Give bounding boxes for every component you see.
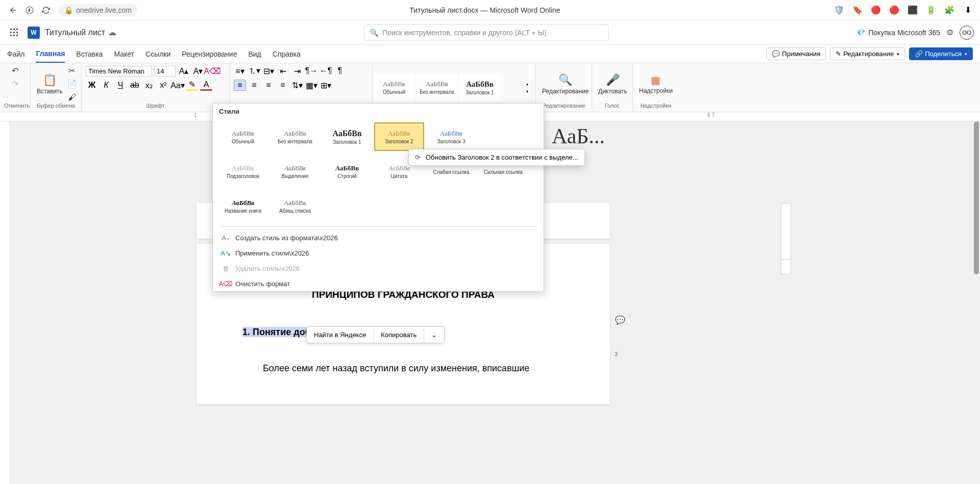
scroll-thumb[interactable] <box>974 121 979 274</box>
mini-more-icon[interactable]: ⌄ <box>424 327 444 343</box>
borders-icon[interactable]: ⊞▾ <box>320 80 332 91</box>
strike-icon[interactable]: ab <box>129 80 141 91</box>
multilevel-icon[interactable]: ⊟▾ <box>262 65 275 77</box>
cloud-sync-icon[interactable]: ☁ <box>108 28 116 37</box>
justify-icon[interactable]: ≡ <box>277 80 289 91</box>
tab-layout[interactable]: Макет <box>114 46 134 62</box>
italic-icon[interactable]: К <box>100 80 112 91</box>
tab-home[interactable]: Главная <box>36 45 65 63</box>
tab-review[interactable]: Рецензирование <box>182 46 237 62</box>
quick-style-card[interactable]: АаБбВвБез интервала <box>416 73 457 102</box>
search-input[interactable]: 🔍 Поиск инструментов, справки и другого … <box>364 24 609 41</box>
indent-icon[interactable]: ⇥ <box>291 65 303 77</box>
style-card-обычный[interactable]: АаБбВвОбычный <box>218 122 268 151</box>
shading-icon[interactable]: ▦▾ <box>305 80 317 91</box>
clear-format-icon[interactable]: A⌫ <box>206 65 218 77</box>
yandex-icon[interactable] <box>21 2 38 18</box>
tab-file[interactable]: Файл <box>7 46 24 62</box>
create-style-action[interactable]: A₊Создать стиль из формата\x2026 <box>213 230 544 245</box>
font-size-select[interactable] <box>154 66 176 77</box>
avatar[interactable]: OO <box>960 26 974 40</box>
comment-bubble-icon[interactable]: 💬 <box>615 315 625 325</box>
bullets-icon[interactable]: ≡▾ <box>234 65 246 77</box>
style-card-выделение[interactable]: АаБбВвВыделение <box>270 157 320 186</box>
bold-icon[interactable]: Ж <box>86 80 98 91</box>
group-font-label: Шрифт <box>86 103 225 110</box>
style-card-заголовок-3[interactable]: АаБбВвЗаголовок 3 <box>426 122 476 151</box>
underline-icon[interactable]: Ч <box>114 80 127 91</box>
undo-icon[interactable]: ↶ <box>10 65 20 75</box>
show-marks-icon[interactable]: ¶ <box>334 65 346 77</box>
quick-style-card[interactable]: АаБбВвОбычный <box>374 73 414 102</box>
word-app-icon[interactable]: W <box>28 27 40 39</box>
app-launcher-icon[interactable] <box>6 24 22 41</box>
yandex-search-button[interactable]: Найти в Яндексе <box>307 327 374 343</box>
style-card-подзаголовок[interactable]: АаБбВвПодзаголовок <box>218 157 268 186</box>
vertical-ruler[interactable] <box>0 121 10 484</box>
numbering-icon[interactable]: ⒈▾ <box>248 65 260 77</box>
document-name[interactable]: Титульный лист <box>45 28 105 37</box>
comment-margin-box[interactable] <box>781 259 791 274</box>
rtl-icon[interactable]: ←¶ <box>320 65 332 77</box>
settings-icon[interactable]: ⚙ <box>946 28 953 37</box>
find-button[interactable]: 🔍Редактирование <box>540 71 591 97</box>
styles-expand-icon[interactable]: ▾ <box>521 88 533 95</box>
subscript-icon[interactable]: x₂ <box>143 80 155 91</box>
editing-mode-button[interactable]: ✎Редактирование▾ <box>830 47 905 60</box>
redo-icon[interactable]: ↷ <box>10 79 20 89</box>
outdent-icon[interactable]: ⇤ <box>277 65 289 77</box>
style-card-абзац-списка[interactable]: АаБбВвАбзац списка <box>270 192 320 220</box>
style-card-заголовок-1[interactable]: АаБбВвЗаголовок 1 <box>322 122 372 151</box>
style-card-заголовок-2[interactable]: АаБбВвЗаголовок 2 <box>374 122 424 151</box>
align-center-icon[interactable]: ≡ <box>248 80 260 91</box>
share-button[interactable]: 🔗Поделиться▾ <box>909 47 973 60</box>
superscript-icon[interactable]: x² <box>157 80 169 91</box>
line-spacing-icon[interactable]: ⇅▾ <box>291 80 303 91</box>
format-painter-icon[interactable]: 🖌 <box>67 92 77 103</box>
shield-icon[interactable]: 🛡️ <box>832 3 846 17</box>
tab-insert[interactable]: Вставка <box>76 46 103 62</box>
extensions-icon[interactable]: 🧩 <box>942 3 957 17</box>
copy-button[interactable]: Копировать <box>374 327 424 343</box>
styles-scroll-up-icon[interactable]: ▴ <box>521 80 533 87</box>
tab-references[interactable]: Ссылки <box>145 46 170 62</box>
ext2-icon[interactable]: 🔴 <box>887 3 901 17</box>
battery-icon[interactable]: 🔋 <box>924 3 938 17</box>
ext3-icon[interactable]: ⬛ <box>905 3 920 17</box>
reload-icon[interactable] <box>38 2 54 18</box>
address-bar[interactable]: 🔒 onedrive.live.com <box>58 4 138 16</box>
shrink-font-icon[interactable]: A▾ <box>192 65 204 77</box>
cut-icon[interactable]: ✂ <box>67 66 77 76</box>
align-right-icon[interactable]: ≡ <box>262 80 275 91</box>
update-style-menu-item[interactable]: ⟳ Обновить Заголовок 2 в соответствии с … <box>408 149 585 166</box>
apply-styles-action[interactable]: A↘Применить стили\x2026 <box>213 245 544 261</box>
tab-view[interactable]: Вид <box>248 46 261 62</box>
style-card-название-книги[interactable]: АаБбВвНазвание книги <box>218 192 268 220</box>
buy-m365-button[interactable]: 💎 Покупка Microsoft 365 <box>856 29 940 37</box>
comments-button[interactable]: 💬Примечания <box>766 47 826 60</box>
ltr-icon[interactable]: ¶→ <box>305 65 317 77</box>
ext1-icon[interactable]: 🔴 <box>869 3 883 17</box>
search-icon: 🔍 <box>370 29 378 37</box>
copy-icon[interactable]: 📄 <box>67 79 77 89</box>
change-case-icon[interactable]: Aa▾ <box>172 80 184 91</box>
back-icon[interactable] <box>5 2 21 18</box>
addins-button[interactable]: ▦Надстройки <box>637 72 675 96</box>
paste-button[interactable]: 📋 Вставить <box>35 71 65 97</box>
font-name-select[interactable] <box>86 66 152 77</box>
grow-font-icon[interactable]: A▴ <box>178 65 190 77</box>
font-color-icon[interactable]: A <box>200 80 212 91</box>
tab-help[interactable]: Справка <box>273 46 301 62</box>
svg-rect-5 <box>13 32 15 33</box>
vertical-scrollbar[interactable] <box>973 121 980 484</box>
quick-style-card[interactable]: АаБбВвЗаголовок 1 <box>459 73 500 102</box>
bookmark-icon[interactable]: 🔖 <box>850 3 865 17</box>
style-card-без-интервала[interactable]: АаБбВвБез интервала <box>270 122 320 151</box>
doc-paragraph[interactable]: Более семи лет назад вступили в силу изм… <box>242 363 564 374</box>
clear-format-action[interactable]: A⌫Очистить формат <box>213 276 544 291</box>
align-left-icon[interactable]: ≡ <box>234 80 246 91</box>
style-card-строгий[interactable]: АаБбВвСтрогий <box>322 157 372 186</box>
highlight-icon[interactable]: ✎ <box>186 80 198 91</box>
dictate-button[interactable]: 🎤Диктовать <box>596 71 629 97</box>
download-icon[interactable]: ⬇ <box>961 3 975 17</box>
